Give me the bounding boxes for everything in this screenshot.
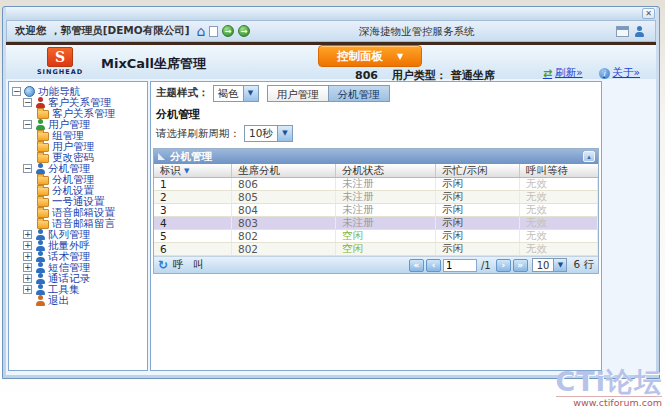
column-header-extension[interactable]: 坐席分机 [232, 164, 336, 177]
person-add-icon [35, 240, 45, 251]
cell-busy-idle: 示闲 [436, 178, 520, 190]
column-header-busy-idle[interactable]: 示忙/示闲 [436, 164, 520, 177]
expand-icon[interactable] [23, 274, 32, 283]
home-icon[interactable]: ⌂ [197, 25, 206, 37]
cell-busy-idle: 示闲 [436, 230, 520, 242]
collapse-icon[interactable] [23, 98, 32, 107]
app-area: S SINGHEAD MixCall坐席管理 控制面板 ▼ 806 用户类型： … [6, 42, 656, 375]
system-name: 深海捷物业管控服务系统 [359, 25, 475, 39]
first-page-button[interactable]: « [409, 259, 424, 272]
cell-status: 未注册 [336, 217, 436, 229]
column-label: 示忙/示闲 [442, 164, 488, 178]
collapse-icon[interactable] [23, 120, 32, 129]
column-label: 坐席分机 [238, 164, 280, 178]
refresh-period-select[interactable]: 10秒 ▼ [244, 125, 293, 142]
control-panel-button[interactable]: 控制面板 ▼ [318, 45, 422, 67]
expand-icon[interactable] [23, 241, 32, 250]
column-header-call-waiting[interactable]: 呼叫等待 [520, 164, 598, 177]
folder-icon [37, 154, 49, 163]
navigation-tree: 功能导航 客户关系管理 客户关系管理 用户管理 组管理 用户管理 更改密码 分机… [8, 81, 148, 371]
cell-call-waiting: 无效 [520, 204, 598, 216]
forward-icon[interactable]: → [238, 25, 250, 37]
refresh-icon[interactable]: ↻ [158, 258, 168, 272]
person-add-icon [35, 251, 45, 262]
call-button[interactable]: 呼 叫 [173, 258, 206, 272]
body-row: 功能导航 客户关系管理 客户关系管理 用户管理 组管理 用户管理 更改密码 分机… [6, 79, 656, 373]
logo-brand: SINGHEAD [36, 68, 84, 76]
column-header-id[interactable]: 标识▼ [154, 164, 232, 177]
person-exit-icon [35, 295, 45, 306]
cell-extension: 806 [232, 178, 336, 190]
tab-extension-management[interactable]: 分机管理 [329, 85, 390, 102]
expand-icon[interactable] [23, 285, 32, 294]
table-row[interactable]: 5 802 空闲 示闲 无效 [154, 230, 598, 243]
column-header-status[interactable]: 分机状态 [336, 164, 436, 177]
cell-id: 6 [154, 243, 232, 255]
column-label: 标识 [160, 164, 181, 178]
refresh-period-label: 请选择刷新周期： [156, 127, 240, 141]
chevron-down-icon[interactable]: ▼ [553, 259, 566, 271]
cell-call-waiting: 无效 [520, 217, 598, 229]
cell-busy-idle: 示闲 [436, 204, 520, 216]
table-row[interactable]: 1 806 未注册 示闲 无效 [154, 178, 598, 191]
expand-icon[interactable] [23, 230, 32, 239]
theme-row: 主题样式： 褐色 ▼ 用户管理 分机管理 [151, 82, 601, 102]
collapse-icon[interactable] [23, 164, 32, 173]
about-link[interactable]: i 关于» [599, 66, 640, 80]
sidebar-item-toolkit[interactable]: 工具集 [9, 284, 147, 295]
prev-page-button[interactable]: ‹ [426, 259, 441, 272]
folder-icon [37, 198, 49, 207]
table-header-row: 标识▼ 坐席分机 分机状态 示忙/示闲 呼叫等待 [154, 164, 598, 178]
close-icon[interactable]: ✕ [642, 8, 655, 19]
page-size-select[interactable]: 10 ▼ [532, 258, 568, 272]
tab-user-management[interactable]: 用户管理 [267, 85, 329, 102]
column-label: 呼叫等待 [526, 164, 568, 178]
pagination: « ‹ /1 › » 10 ▼ 6 行 [409, 258, 594, 272]
folder-icon [37, 176, 49, 185]
cell-extension: 804 [232, 204, 336, 216]
table-panel-title: 分机管理 [170, 150, 212, 164]
cell-status: 未注册 [336, 178, 436, 190]
cell-busy-idle: 示闲 [436, 217, 520, 229]
window-icon[interactable] [616, 26, 629, 37]
column-label: 分机状态 [342, 164, 384, 178]
table-row[interactable]: 3 804 未注册 示闲 无效 [154, 204, 598, 217]
cell-extension: 803 [232, 217, 336, 229]
expand-icon[interactable] [23, 263, 32, 272]
page-number-input[interactable] [443, 259, 477, 272]
folder-icon [37, 132, 49, 141]
back-icon[interactable]: → [222, 25, 234, 37]
page-size-value: 10 [533, 260, 554, 271]
last-page-button[interactable]: » [513, 259, 528, 272]
table-row[interactable]: 2 805 未注册 示闲 无效 [154, 191, 598, 204]
next-page-button[interactable]: › [496, 259, 511, 272]
folder-icon [37, 143, 49, 152]
chevron-down-icon[interactable]: ▼ [277, 126, 292, 141]
cell-busy-idle: 示闲 [436, 243, 520, 255]
expand-icon[interactable] [23, 252, 32, 261]
collapse-panel-icon[interactable]: ▴ [583, 151, 595, 162]
info-icon: i [599, 68, 610, 79]
cell-call-waiting: 无效 [520, 191, 598, 203]
chevron-down-icon[interactable]: ▼ [243, 86, 258, 101]
theme-select-value: 褐色 [214, 87, 243, 101]
user-icon[interactable] [634, 26, 644, 37]
refresh-link[interactable]: ⇄ 刷新» [543, 66, 583, 80]
sidebar-item-logout[interactable]: 退出 [9, 295, 147, 306]
table-row[interactable]: 6 802 空闲 示闲 无效 [154, 243, 598, 256]
folder-icon [37, 209, 49, 218]
table-footer: ↻ 呼 叫 « ‹ /1 › » 10 ▼ [154, 256, 598, 273]
theme-select[interactable]: 褐色 ▼ [213, 85, 259, 102]
cell-id: 4 [154, 217, 232, 229]
browser-toolbar: 欢迎您 ，郭管理员[DEMO有限公司] ⌂ → → 深海捷物业管控服务系统 [6, 20, 656, 42]
control-panel-label: 控制面板 [337, 49, 383, 64]
table-row-selected[interactable]: 4 803 未注册 示闲 无效 [154, 217, 598, 230]
theme-style-label: 主题样式： [156, 86, 209, 100]
sort-desc-icon[interactable]: ▼ [184, 167, 189, 175]
globe-icon [24, 86, 35, 97]
collapse-icon[interactable] [12, 87, 21, 96]
person-add-icon [35, 262, 45, 273]
main-panel: 主题样式： 褐色 ▼ 用户管理 分机管理 分机管理 请选择刷新周期： 10秒 [150, 81, 602, 371]
new-page-icon[interactable] [209, 26, 218, 37]
cell-extension: 805 [232, 191, 336, 203]
